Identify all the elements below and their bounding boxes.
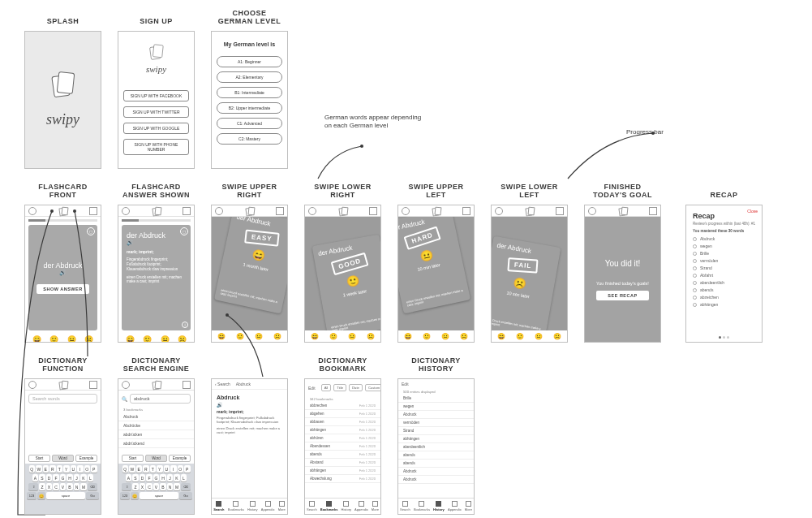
history-item[interactable]: Abdruck	[398, 411, 474, 419]
key-b[interactable]: B	[67, 483, 73, 490]
profile-icon[interactable]	[495, 207, 503, 215]
level-a1-button[interactable]: A1: Beginner	[217, 56, 282, 67]
book-icon[interactable]	[276, 207, 284, 215]
key-d[interactable]: D	[46, 474, 53, 481]
key-y[interactable]: Y	[157, 465, 163, 473]
cards-icon[interactable]	[619, 207, 627, 215]
filter-example[interactable]: Example	[169, 455, 191, 462]
flashcard-answer[interactable]: ◻ der Abdruck 🔊 mark; imprint; Fingerabd…	[122, 225, 191, 330]
emoji-easy[interactable]: 😄	[32, 335, 41, 343]
history-item[interactable]: abends	[398, 460, 474, 468]
cards-icon[interactable]	[153, 207, 161, 215]
swipe-area[interactable]: der Abdruck FAIL ☹️ 10 sec later einen D…	[492, 217, 567, 330]
key-k[interactable]: K	[174, 474, 180, 481]
key-a[interactable]: A	[32, 474, 39, 481]
keyboard[interactable]: QWERTYUIOP ASDFGHJKL ⇧ZXCVBNM⌫ 123 😊 spa…	[118, 464, 194, 514]
speaker-icon[interactable]: 🔊	[217, 402, 282, 408]
emoji-good[interactable]: 🙂	[143, 335, 152, 343]
key-f[interactable]: F	[146, 474, 153, 481]
key-c[interactable]: C	[146, 483, 153, 490]
key-shift[interactable]: ⇧	[122, 483, 131, 490]
key-i[interactable]: I	[170, 465, 177, 473]
key-p[interactable]: P	[91, 465, 97, 473]
level-a2-button[interactable]: A2: Elementary	[217, 71, 282, 83]
suggestion[interactable]: Abdruck	[118, 412, 194, 421]
cards-icon[interactable]	[526, 207, 534, 215]
key-j[interactable]: J	[167, 474, 174, 481]
key-backspace[interactable]: ⌫	[181, 483, 191, 490]
key-w[interactable]: W	[129, 465, 135, 473]
bookmark-icon[interactable]: ◻	[87, 227, 95, 235]
bookmark-icon[interactable]: ◻	[180, 227, 188, 235]
bookmark-item[interactable]: abbauenFeb 1 2020	[305, 418, 380, 426]
profile-icon[interactable]	[308, 207, 316, 215]
history-item[interactable]: abhängen	[398, 435, 474, 443]
edit-button[interactable]: Edit	[402, 382, 409, 386]
bookmark-item[interactable]: AbendessenFeb 1 2020	[305, 442, 380, 451]
signup-google-button[interactable]: SIGN UP WITH GOOGLE	[123, 123, 189, 134]
key-x[interactable]: X	[46, 483, 53, 490]
book-icon[interactable]	[183, 207, 191, 215]
emoji-good[interactable]: 🙂	[329, 333, 337, 340]
key-h[interactable]: H	[160, 474, 166, 481]
history-item[interactable]: aberdeentlich	[398, 443, 474, 451]
level-b1-button[interactable]: B1: Intermediate	[217, 87, 282, 98]
book-icon[interactable]	[462, 207, 470, 215]
suggestion[interactable]: abdrücken	[118, 430, 194, 439]
book-icon[interactable]	[369, 207, 377, 215]
show-answer-button[interactable]: SHOW ANSWER	[37, 284, 88, 294]
key-m[interactable]: M	[80, 483, 87, 490]
key-o[interactable]: O	[84, 465, 91, 473]
key-space[interactable]: space	[46, 492, 85, 499]
key-m[interactable]: M	[174, 483, 180, 490]
flashcard[interactable]: ◻ der Abdruck 🔊 SHOW ANSWER	[28, 225, 97, 330]
back-button[interactable]: ‹ Search Abdruck	[212, 379, 287, 389]
key-b[interactable]: B	[160, 483, 166, 490]
emoji-hard[interactable]: 😐	[67, 335, 76, 343]
key-s[interactable]: S	[39, 474, 45, 481]
emoji-fail[interactable]: ☹️	[178, 335, 187, 343]
key-c[interactable]: C	[53, 483, 59, 490]
cards-icon[interactable]	[246, 207, 254, 215]
emoji-good[interactable]: 🙂	[49, 335, 58, 343]
suggestion[interactable]: Abdrücke	[118, 421, 194, 430]
signup-facebook-button[interactable]: SIGN UP WITH FACEBOOK	[123, 90, 189, 101]
tab-more[interactable]: More	[278, 501, 286, 512]
emoji-easy[interactable]: 😄	[126, 335, 135, 343]
key-go[interactable]: Go	[179, 492, 192, 499]
emoji-easy[interactable]: 😄	[217, 333, 226, 340]
filter-word[interactable]: Word	[145, 455, 167, 462]
bookmark-item[interactable]: abgehenFeb 1 2020	[305, 410, 380, 418]
history-item[interactable]: Strand	[398, 427, 474, 435]
bookmark-item[interactable]: AbwechslungFeb 1 2020	[305, 475, 380, 483]
search-input[interactable]: abdruck	[130, 394, 191, 404]
key-g[interactable]: G	[60, 474, 67, 481]
edit-button[interactable]: Edit	[308, 386, 316, 391]
key-v[interactable]: V	[153, 483, 160, 490]
key-r[interactable]: R	[49, 465, 56, 473]
filter-start[interactable]: Start	[122, 455, 144, 462]
key-e[interactable]: E	[43, 465, 49, 473]
filter-start[interactable]: Start	[28, 455, 50, 462]
profile-icon[interactable]	[122, 381, 130, 389]
tab-history[interactable]: History	[342, 501, 351, 512]
tab-appendix[interactable]: Appendix	[448, 501, 462, 512]
filter-all[interactable]: All	[321, 384, 332, 391]
emoji-fail[interactable]: ☹️	[367, 333, 375, 340]
key-backspace[interactable]: ⌫	[88, 483, 97, 490]
key-k[interactable]: K	[80, 474, 87, 481]
tab-search[interactable]: Search	[400, 501, 410, 512]
bookmark-item[interactable]: abbrechenFeb 1 2020	[305, 402, 380, 410]
tab-more[interactable]: More	[372, 501, 379, 512]
tab-history[interactable]: History	[247, 501, 257, 512]
filter-date[interactable]: Date	[349, 384, 363, 391]
swipe-area[interactable]: der Abdruck EASY 😄 1 month later einen D…	[212, 217, 287, 330]
emoji-fail[interactable]: ☹️	[273, 333, 281, 340]
filter-title[interactable]: Title	[333, 384, 346, 391]
tab-appendix[interactable]: Appendix	[354, 501, 368, 512]
key-s[interactable]: S	[132, 474, 139, 481]
key-n[interactable]: N	[167, 483, 174, 490]
emoji-easy[interactable]: 😄	[311, 333, 319, 340]
bookmark-item[interactable]: AbstandFeb 1 2020	[305, 459, 380, 467]
emoji-hard[interactable]: 😐	[348, 333, 356, 340]
